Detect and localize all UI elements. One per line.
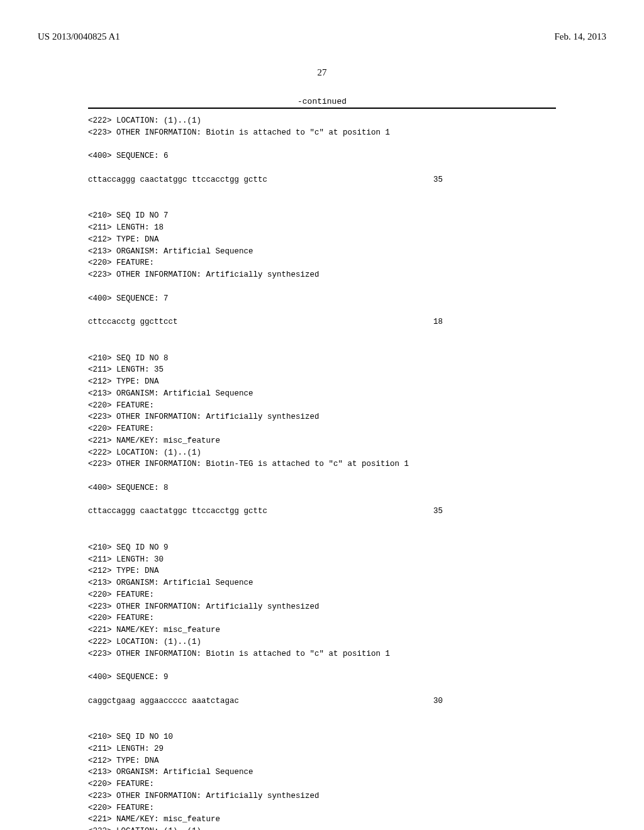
spacer [88,683,556,695]
sequence-meta-line [88,470,556,482]
sequence-meta-line: <213> ORGANISM: Artificial Sequence [88,246,556,258]
sequence-meta-line: <213> ORGANISM: Artificial Sequence [88,766,556,778]
sequence-meta-line: <222> LOCATION: (1)..(1) [88,447,556,459]
sequence-text: cttccacctg ggcttcct [88,316,178,328]
sequence-text: caggctgaag aggaaccccc aaatctagac [88,695,239,707]
sequence-text: cttaccaggg caactatggc ttccacctgg gcttc [88,174,267,186]
spacer [88,162,556,174]
spacer [88,186,556,198]
sequence-length-number: 30 [433,695,556,707]
sequence-row: caggctgaag aggaaccccc aaatctagac30 [88,695,556,707]
sequence-meta-line [88,660,556,672]
sequence-text: cttaccaggg caactatggc ttccacctgg gcttc [88,506,267,517]
sequence-meta-line: <400> SEQUENCE: 8 [88,482,556,494]
sequence-meta-line: <211> LENGTH: 35 [88,364,556,376]
sequence-listing: <222> LOCATION: (1)..(1)<223> OTHER INFO… [88,115,556,830]
sequence-meta-line: <211> LENGTH: 29 [88,743,556,755]
sequence-meta-line [88,139,556,151]
publication-date: Feb. 14, 2013 [555,31,607,42]
sequence-meta-line: <223> OTHER INFORMATION: Biotin is attac… [88,648,556,660]
spacer [88,517,556,529]
sequence-meta-line: <210> SEQ ID NO 7 [88,210,556,222]
sequence-meta-line: <223> OTHER INFORMATION: Biotin-TEG is a… [88,458,556,470]
sequence-meta-line: <400> SEQUENCE: 7 [88,293,556,305]
divider [88,108,556,109]
sequence-meta-line: <223> OTHER INFORMATION: Biotin is attac… [88,127,556,139]
sequence-meta-line: <222> LOCATION: (1)..(1) [88,636,556,648]
sequence-length-number: 35 [433,174,556,186]
sequence-meta-line: <212> TYPE: DNA [88,234,556,246]
sequence-meta-line: <212> TYPE: DNA [88,755,556,767]
page-container: US 2013/0040825 A1 Feb. 14, 2013 27 -con… [0,0,644,830]
sequence-meta-line: <223> OTHER INFORMATION: Artificially sy… [88,411,556,423]
spacer [88,328,556,340]
sequence-meta-line: <220> FEATURE: [88,257,556,269]
sequence-meta-line: <223> OTHER INFORMATION: Artificially sy… [88,790,556,802]
sequence-block: <222> LOCATION: (1)..(1)<223> OTHER INFO… [88,115,556,197]
sequence-meta-line: <223> OTHER INFORMATION: Artificially sy… [88,269,556,281]
spacer [88,707,556,719]
publication-number: US 2013/0040825 A1 [38,31,120,42]
sequence-meta-line: <223> OTHER INFORMATION: Artificially sy… [88,601,556,613]
sequence-meta-line [88,281,556,293]
sequence-meta-line: <210> SEQ ID NO 9 [88,542,556,554]
sequence-meta-line: <210> SEQ ID NO 8 [88,353,556,365]
sequence-meta-line: <211> LENGTH: 30 [88,554,556,566]
sequence-meta-line: <222> LOCATION: (1)..(1) [88,115,556,127]
sequence-meta-line: <212> TYPE: DNA [88,376,556,388]
sequence-meta-line: <221> NAME/KEY: misc_feature [88,624,556,636]
sequence-meta-line: <221> NAME/KEY: misc_feature [88,435,556,447]
sequence-meta-line: <220> FEATURE: [88,400,556,412]
sequence-meta-line: <211> LENGTH: 18 [88,222,556,234]
sequence-length-number: 35 [433,506,556,517]
spacer [88,304,556,316]
sequence-meta-line: <220> FEATURE: [88,589,556,601]
sequence-row: cttccacctg ggcttcct18 [88,316,556,328]
sequence-block: <210> SEQ ID NO 9<211> LENGTH: 30<212> T… [88,542,556,719]
sequence-meta-line: <220> FEATURE: [88,778,556,790]
sequence-block: <210> SEQ ID NO 8<211> LENGTH: 35<212> T… [88,353,556,529]
sequence-meta-line: <400> SEQUENCE: 6 [88,150,556,162]
sequence-row: cttaccaggg caactatggc ttccacctgg gcttc35 [88,174,556,186]
sequence-meta-line: <213> ORGANISM: Artificial Sequence [88,388,556,400]
sequence-meta-line: <221> NAME/KEY: misc_feature [88,814,556,826]
sequence-meta-line: <220> FEATURE: [88,612,556,624]
sequence-length-number: 18 [433,316,556,328]
page-header: US 2013/0040825 A1 Feb. 14, 2013 [38,31,606,42]
sequence-meta-line: <220> FEATURE: [88,802,556,814]
sequence-meta-line: <220> FEATURE: [88,423,556,435]
spacer [88,494,556,506]
sequence-meta-line: <222> LOCATION: (1)..(1) [88,826,556,830]
sequence-meta-line: <213> ORGANISM: Artificial Sequence [88,577,556,589]
sequence-meta-line: <212> TYPE: DNA [88,565,556,577]
sequence-block: <210> SEQ ID NO 7<211> LENGTH: 18<212> T… [88,210,556,340]
sequence-row: cttaccaggg caactatggc ttccacctgg gcttc35 [88,506,556,517]
sequence-meta-line: <210> SEQ ID NO 10 [88,731,556,743]
page-number: 27 [38,67,606,78]
continued-label: -continued [38,97,606,106]
sequence-block: <210> SEQ ID NO 10<211> LENGTH: 29<212> … [88,731,556,830]
sequence-meta-line: <400> SEQUENCE: 9 [88,672,556,683]
